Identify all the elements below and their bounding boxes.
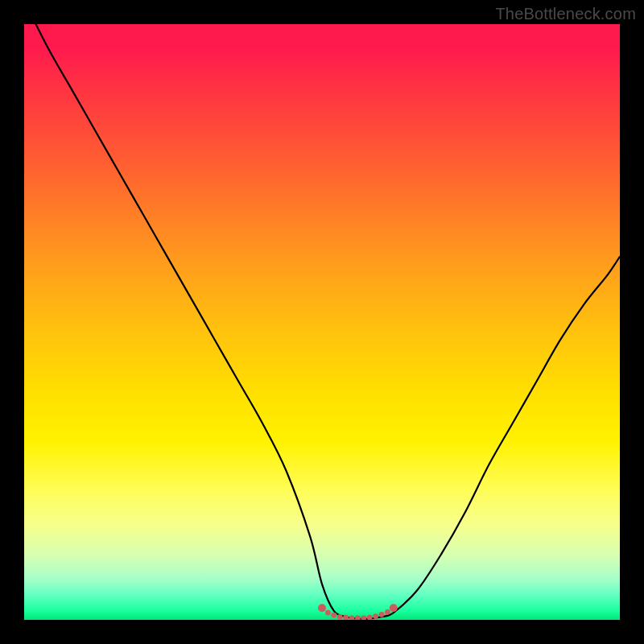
accent-dot [373, 613, 378, 619]
accent-dot [318, 604, 326, 612]
accent-dot [349, 615, 355, 620]
curve-layer [24, 24, 620, 620]
accent-dot [367, 615, 373, 620]
plot-area [24, 24, 620, 620]
accent-dot [355, 615, 361, 620]
accent-flat-dots [318, 604, 398, 620]
accent-dot [385, 609, 390, 615]
accent-dot [331, 613, 336, 618]
bottleneck-curve [24, 24, 620, 619]
accent-dot [390, 604, 398, 612]
curve-path [24, 24, 620, 619]
accent-dot [361, 615, 366, 620]
attribution-text: TheBottleneck.com [495, 5, 636, 23]
chart-frame: TheBottleneck.com [0, 0, 644, 644]
accent-dot [325, 610, 331, 616]
accent-dot [379, 612, 385, 617]
accent-dot [337, 614, 343, 620]
